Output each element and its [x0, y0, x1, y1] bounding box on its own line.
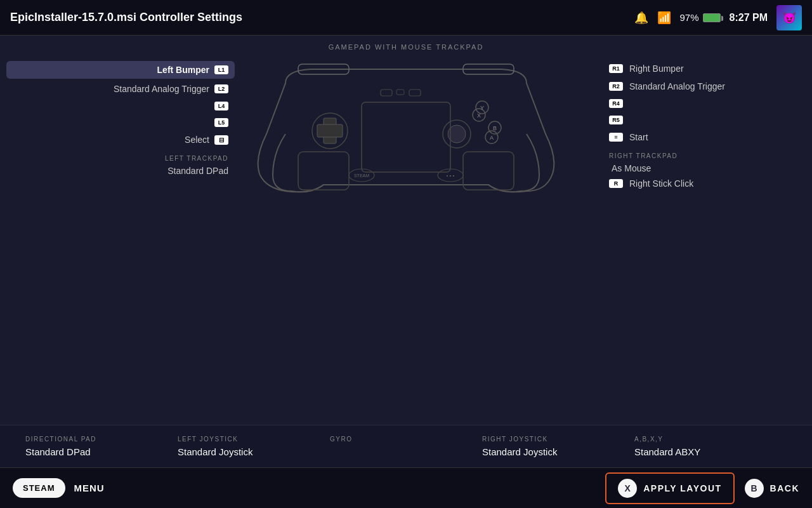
r5-badge: R5 [609, 116, 623, 124]
svg-text:Y: Y [480, 105, 484, 111]
svg-text:A: A [490, 135, 494, 141]
left-joystick-group: LEFT JOYSTICK Standard Joystick [178, 436, 330, 457]
right-stick-click-row[interactable]: R Right Stick Click [603, 176, 806, 191]
r1-label: Right Bumper [629, 64, 684, 74]
start-row[interactable]: ≡ Start [603, 130, 806, 145]
directional-pad-value: Standard DPad [25, 446, 178, 457]
svg-text:STEAM: STEAM [354, 173, 369, 178]
controller-area: Left Bumper L1 Standard Analog Trigger L… [0, 55, 812, 425]
r5-row[interactable]: R5 [603, 113, 806, 127]
battery-icon [703, 13, 721, 22]
svg-text:• • •: • • • [447, 173, 455, 178]
bottom-info: DIRECTIONAL PAD Standard DPad LEFT JOYST… [0, 425, 812, 467]
apply-layout-label: APPLY LAYOUT [643, 483, 721, 493]
footer: STEAM MENU X APPLY LAYOUT B BACK [0, 467, 812, 508]
left-bumper-row[interactable]: Left Bumper L1 [6, 61, 235, 79]
right-stick-click-badge: R [609, 179, 623, 188]
back-badge: B [745, 479, 764, 498]
subtitle: GAMEPAD WITH MOUSE TRACKPAD [0, 36, 812, 55]
header: EpicInstaller-15.7.0.msi Controller Sett… [0, 0, 812, 36]
main-content: GAMEPAD WITH MOUSE TRACKPAD Left Bumper … [0, 36, 812, 467]
svg-rect-22 [381, 90, 392, 96]
left-bumper-badge: L1 [214, 65, 228, 74]
gyro-label: GYRO [330, 436, 482, 443]
battery-pct: 97% [680, 12, 699, 23]
header-title: EpicInstaller-15.7.0.msi Controller Sett… [10, 11, 242, 24]
abxy-value: Standard ABXY [634, 446, 787, 457]
r1-row[interactable]: R1 Right Bumper [603, 61, 806, 76]
l4-badge: L4 [214, 102, 228, 110]
r2-label: Standard Analog Trigger [629, 81, 725, 91]
start-label: Start [629, 132, 648, 142]
steam-label: STEAM [23, 483, 55, 493]
l5-badge: L5 [214, 118, 228, 127]
select-row[interactable]: Select ⊟ [6, 132, 235, 147]
r2-row[interactable]: R2 Standard Analog Trigger [603, 79, 806, 94]
select-label: Select [185, 135, 209, 145]
svg-text:B: B [493, 125, 497, 131]
gyro-group: GYRO [330, 436, 482, 446]
footer-right: X APPLY LAYOUT B BACK [605, 472, 799, 504]
right-joystick-value: Standard Joystick [482, 446, 634, 457]
apply-badge: X [618, 479, 637, 498]
r1-badge: R1 [609, 64, 623, 73]
header-right: 🔔 📶 97% 8:27 PM 😈 [634, 5, 802, 30]
r4-row[interactable]: R4 [603, 97, 806, 110]
right-trackpad-section-label: RIGHT TRACKPAD [603, 147, 806, 161]
abxy-label: A,B,X,Y [634, 436, 787, 443]
directional-pad-group: DIRECTIONAL PAD Standard DPad [25, 436, 178, 457]
back-button[interactable]: B BACK [745, 479, 799, 498]
directional-pad-label: DIRECTIONAL PAD [25, 436, 178, 443]
left-bumper-label: Left Bumper [157, 65, 209, 75]
right-joystick-group: RIGHT JOYSTICK Standard Joystick [482, 436, 634, 457]
left-trackpad-section-value: Standard DPad [6, 166, 235, 176]
left-joystick-value: Standard Joystick [178, 446, 330, 457]
controller-visual: X B Y A STEAM • • • [235, 55, 577, 210]
left-joystick-label: LEFT JOYSTICK [178, 436, 330, 443]
time-display: 8:27 PM [730, 12, 768, 23]
left-panel: Left Bumper L1 Standard Analog Trigger L… [6, 61, 235, 176]
right-panel: R1 Right Bumper R2 Standard Analog Trigg… [603, 61, 806, 191]
l5-row[interactable]: L5 [6, 116, 235, 130]
l2-badge: L2 [214, 84, 228, 93]
svg-rect-23 [396, 90, 404, 95]
menu-label: MENU [74, 483, 105, 493]
start-badge: ≡ [609, 133, 623, 142]
svg-rect-4 [317, 124, 343, 137]
battery-area: 97% [680, 12, 721, 23]
svg-rect-17 [362, 102, 450, 172]
select-badge: ⊟ [214, 135, 228, 145]
right-trackpad-as-mouse: As Mouse [603, 163, 806, 173]
abxy-group: A,B,X,Y Standard ABXY [634, 436, 787, 457]
r4-badge: R4 [609, 99, 623, 108]
left-trackpad-section-label: LEFT TRACKPAD [6, 150, 235, 163]
notification-icon[interactable]: 🔔 [634, 11, 648, 25]
right-stick-click-label: Right Stick Click [629, 178, 693, 189]
l2-row[interactable]: Standard Analog Trigger L2 [6, 81, 235, 97]
back-label: BACK [770, 483, 799, 493]
avatar: 😈 [776, 5, 802, 30]
l2-label: Standard Analog Trigger [114, 84, 209, 94]
wifi-icon: 📶 [657, 11, 671, 25]
apply-layout-button[interactable]: X APPLY LAYOUT [605, 472, 734, 504]
svg-rect-24 [409, 90, 421, 96]
right-joystick-label: RIGHT JOYSTICK [482, 436, 634, 443]
r2-badge: R2 [609, 82, 623, 91]
steam-button[interactable]: STEAM [13, 478, 65, 498]
l4-row[interactable]: L4 [6, 99, 235, 113]
